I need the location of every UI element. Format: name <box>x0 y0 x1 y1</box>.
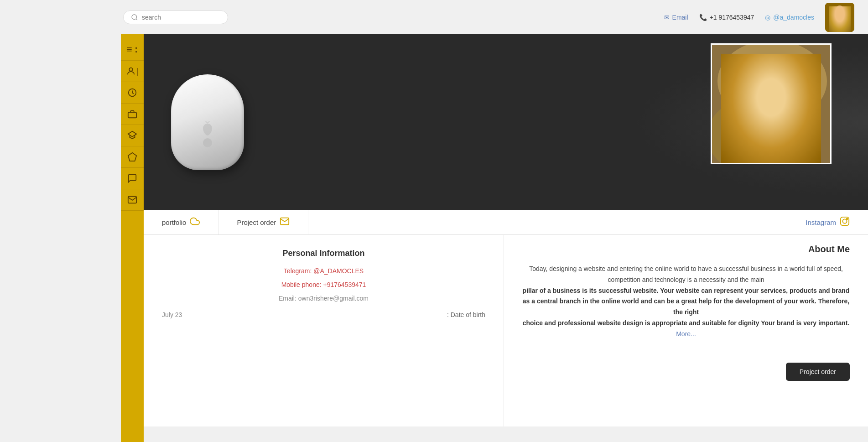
telegram-icon: ◎ <box>765 14 770 21</box>
sidebar: ≡ : | <box>121 34 144 442</box>
apple-logo <box>198 120 217 138</box>
phone-icon: 📞 <box>699 14 707 21</box>
email-info: Email: own3rishere@gmail.com <box>279 295 369 302</box>
svg-point-31 <box>842 219 847 223</box>
svg-point-29 <box>788 134 800 138</box>
project-order-button[interactable]: Project order <box>786 363 850 381</box>
profile-portrait <box>712 45 832 164</box>
svg-point-8 <box>835 7 844 11</box>
avatar-image <box>825 3 854 32</box>
header-phone-container: 📞 +1 9176453947 <box>699 14 754 21</box>
briefcase-icon <box>127 109 137 119</box>
sidebar-item-menu[interactable]: ≡ : <box>121 39 144 61</box>
about-text: Today, designing a website and entering … <box>522 264 850 340</box>
svg-point-20 <box>753 71 791 114</box>
project-order-label: Project order <box>237 218 276 226</box>
instagram-label: Instagram <box>806 218 836 226</box>
hero-profile-container <box>711 43 832 164</box>
portfolio-label: portfolio <box>162 218 186 226</box>
svg-point-21 <box>752 70 792 97</box>
sidebar-item-clock[interactable] <box>121 82 144 104</box>
project-order-nav-item[interactable]: Project order <box>218 210 308 234</box>
search-bar[interactable] <box>123 10 228 24</box>
instagram-icon <box>840 216 850 229</box>
dob-label: : Date of birth <box>447 311 485 318</box>
personal-info-title: Personal Information <box>162 249 485 258</box>
svg-rect-19 <box>762 104 783 122</box>
sidebar-item-chat[interactable] <box>121 168 144 189</box>
clock-icon <box>127 88 137 98</box>
telegram-handle: @a_damocles <box>773 14 814 21</box>
content-area: Personal Information Telegram: @A_DAMOCL… <box>144 235 868 426</box>
chat-icon <box>127 173 137 183</box>
writings-button[interactable]: my writings <box>795 170 841 182</box>
portfolio-nav-item[interactable]: portfolio <box>144 210 218 234</box>
about-text-part3: choice and professional website design i… <box>523 319 850 327</box>
svg-rect-14 <box>712 45 832 164</box>
profile-icon <box>126 66 136 76</box>
sidebar-divider: | <box>137 67 139 76</box>
sidebar-item-profile[interactable]: | <box>121 61 144 82</box>
header: ✉ Email 📞 +1 9176453947 ◎ @a_damocles <box>0 0 868 34</box>
sidebar-item-briefcase[interactable] <box>121 104 144 125</box>
svg-point-25 <box>752 112 759 119</box>
info-row-dob: July 23 : Date of birth <box>162 311 485 318</box>
svg-point-32 <box>847 218 848 219</box>
hero-profile-art <box>712 45 830 163</box>
nav-spacer <box>308 210 787 234</box>
about-text-part1: Today, designing a website and entering … <box>529 265 843 283</box>
svg-line-1 <box>136 19 137 20</box>
instagram-nav-item[interactable]: Instagram <box>787 210 868 234</box>
sidebar-item-diamond[interactable] <box>121 146 144 168</box>
about-me-title: About Me <box>522 244 850 255</box>
search-icon <box>131 14 138 21</box>
hero-btn-row-2: the show my writings <box>752 170 841 182</box>
hero-mouse-container <box>171 74 253 170</box>
svg-marker-13 <box>128 153 136 161</box>
svg-point-3 <box>834 5 845 18</box>
svg-point-24 <box>765 96 779 103</box>
svg-point-7 <box>835 11 844 15</box>
more-link[interactable]: More... <box>676 330 696 338</box>
svg-point-28 <box>786 105 802 112</box>
search-input[interactable] <box>142 14 215 21</box>
svg-point-5 <box>833 15 846 20</box>
svg-point-15 <box>717 45 827 122</box>
telegram-info: Telegram: @A_DAMOCLES <box>284 267 364 275</box>
portrait-art <box>825 3 854 32</box>
diamond-icon <box>127 152 137 162</box>
svg-rect-17 <box>739 104 806 164</box>
svg-point-0 <box>132 15 137 20</box>
svg-point-6 <box>836 7 844 15</box>
bottom-nav: portfolio Project order Instagram <box>144 210 868 235</box>
show-button-2[interactable]: the show <box>752 170 790 182</box>
svg-point-22 <box>763 92 769 96</box>
info-row-telegram: Telegram: @A_DAMOCLES <box>162 267 485 275</box>
content-right: About Me Today, designing a website and … <box>504 235 868 426</box>
dob-value: July 23 <box>162 311 182 318</box>
info-row-mobile: Mobile phone: +91764539471 <box>162 281 485 288</box>
info-row-email: Email: own3rishere@gmail.com <box>162 295 485 302</box>
svg-rect-18 <box>758 104 787 150</box>
phone-number: +1 9176453947 <box>710 14 754 21</box>
header-right: ✉ Email 📞 +1 9176453947 ◎ @a_damocles <box>664 3 854 32</box>
about-text-part2: pillar of a business is its successful w… <box>523 287 850 316</box>
sidebar-item-mail[interactable] <box>121 189 144 211</box>
envelope-icon <box>280 216 290 229</box>
sidebar-item-education[interactable] <box>121 125 144 146</box>
svg-point-16 <box>712 99 790 164</box>
hero-section: Own3r Personal website and examples of w… <box>144 34 868 210</box>
svg-point-26 <box>751 115 756 120</box>
svg-rect-4 <box>832 17 847 32</box>
email-icon: ✉ <box>664 14 670 21</box>
svg-point-23 <box>776 92 781 96</box>
header-telegram-container: ◎ @a_damocles <box>765 14 814 21</box>
email-link[interactable]: Email <box>672 14 688 21</box>
cloud-icon <box>190 216 200 229</box>
content-left: Personal Information Telegram: @A_DAMOCL… <box>144 235 504 426</box>
header-email-container: ✉ Email <box>664 14 688 21</box>
avatar[interactable] <box>825 3 854 32</box>
mail-icon <box>127 195 137 205</box>
graduation-icon <box>127 130 137 140</box>
svg-rect-2 <box>825 3 854 32</box>
